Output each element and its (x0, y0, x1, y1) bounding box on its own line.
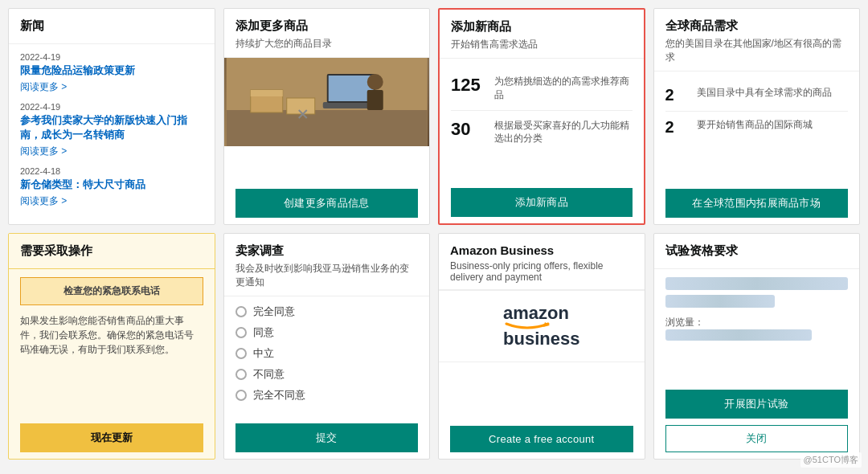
global-demand-card: 全球商品需求 您的美国目录在其他国家/地区有很高的需求 2 美国目录中具有全球需… (653, 8, 861, 225)
amazon-biz-header: Amazon Business Business-only pricing of… (439, 234, 645, 290)
survey-subtitle: 我会及时收到影响我亚马逊销售业务的变更通知 (235, 262, 419, 289)
browse-section: 浏览量： (665, 316, 849, 341)
trial-footer: 开展图片试验 关闭 (654, 383, 860, 459)
add-more-image (224, 58, 430, 146)
radio-circle-5[interactable] (235, 390, 247, 401)
read-more-2[interactable]: 阅读更多 > (20, 145, 203, 158)
add-new-title: 添加新商品 (451, 19, 633, 35)
product-scene-svg (224, 58, 430, 146)
close-trial-button[interactable]: 关闭 (665, 425, 849, 452)
demand-row-1: 2 美国目录中具有全球需求的商品 (665, 80, 849, 112)
radio-item-5[interactable]: 完全不同意 (235, 388, 419, 402)
radio-circle-2[interactable] (235, 327, 247, 338)
business-logo-text: business (503, 329, 579, 349)
radio-item-3[interactable]: 中立 (235, 346, 419, 361)
add-more-footer: 创建更多商品信息 (224, 182, 430, 224)
amazon-biz-subtitle: Business-only pricing offers, flexible d… (450, 260, 633, 283)
submit-button[interactable]: 提交 (235, 423, 419, 452)
browse-value-bar (665, 329, 812, 341)
svg-rect-6 (250, 90, 282, 96)
news-date-2: 2022-4-19 (20, 102, 203, 112)
demand-num-1: 2 (665, 86, 686, 104)
radio-item-2[interactable]: 同意 (235, 325, 419, 340)
stat-desc-2: 根据最受买家喜好的几大功能精选出的分类 (494, 119, 633, 146)
trial-body: 浏览量： (654, 269, 860, 383)
create-account-button[interactable]: Create a free account (450, 426, 633, 452)
blur-bar-2 (665, 295, 776, 308)
radio-label-1: 完全同意 (253, 304, 295, 319)
add-more-title: 添加更多商品 (235, 18, 419, 34)
start-trial-button[interactable]: 开展图片试验 (665, 390, 849, 419)
amazon-biz-banner: amazon business (439, 290, 645, 362)
add-new-subtitle: 开始销售高需求选品 (451, 38, 633, 51)
demand-desc-1: 美国目录中具有全球需求的商品 (697, 86, 832, 100)
demand-desc-2: 要开始销售商品的国际商城 (697, 118, 813, 132)
global-demand-subtitle: 您的美国目录在其他国家/地区有很高的需求 (665, 37, 849, 64)
action-body-text: 如果发生影响您能否销售商品的重大事件，我们会联系您。确保您的紧急电话号码准确无误… (20, 313, 203, 357)
add-new-footer: 添加新商品 (440, 182, 644, 223)
add-new-card: 添加新商品 开始销售高需求选品 125 为您精挑细选的的高需求推荐商品 30 根… (438, 8, 645, 225)
update-now-button[interactable]: 现在更新 (20, 423, 203, 452)
radio-circle-1[interactable] (235, 306, 247, 317)
news-header: 新闻 (9, 9, 215, 44)
action-body: 检查您的紧急联系电话 如果发生影响您能否销售商品的重大事件，我们会联系您。确保您… (9, 269, 215, 417)
news-item-3: 2022-4-18 新仓储类型：特大尺寸商品 阅读更多 > (20, 166, 203, 208)
global-demand-body: 2 美国目录中具有全球需求的商品 2 要开始销售商品的国际商城 (654, 72, 860, 182)
trial-title: 试验资格要求 (665, 243, 849, 259)
radio-item-4[interactable]: 不同意 (235, 367, 419, 382)
radio-label-5: 完全不同意 (253, 388, 305, 402)
read-more-1[interactable]: 阅读更多 > (20, 80, 203, 94)
add-more-card: 添加更多商品 持续扩大您的商品目录 (223, 8, 431, 225)
demand-row-2: 2 要开始销售商品的国际商城 (665, 112, 849, 143)
trial-header: 试验资格要求 (654, 234, 860, 269)
survey-body: 完全同意 同意 中立 不同意 完全不同意 (224, 296, 430, 417)
survey-card: 卖家调查 我会及时收到影响我亚马逊销售业务的变更通知 完全同意 同意 中立 不同… (223, 233, 431, 460)
main-grid: 新闻 2022-4-19 限量危险品运输政策更新 阅读更多 > 2022-4-1… (8, 8, 860, 460)
news-card: 新闻 2022-4-19 限量危险品运输政策更新 阅读更多 > 2022-4-1… (8, 8, 215, 225)
radio-circle-4[interactable] (235, 369, 247, 380)
create-more-button[interactable]: 创建更多商品信息 (235, 189, 419, 218)
add-new-header: 添加新商品 开始销售高需求选品 (440, 10, 644, 59)
add-more-header: 添加更多商品 持续扩大您的商品目录 (224, 9, 430, 58)
news-date-3: 2022-4-18 (20, 166, 203, 176)
read-more-3[interactable]: 阅读更多 > (20, 194, 203, 208)
amazon-biz-title: Amazon Business (450, 243, 633, 257)
amazon-biz-footer: Create a free account (439, 419, 645, 459)
trial-card: 试验资格要求 浏览量： 开展图片试验 关闭 (653, 233, 861, 460)
global-demand-title: 全球商品需求 (665, 18, 849, 34)
survey-header: 卖家调查 我会及时收到影响我亚马逊销售业务的变更通知 (224, 234, 430, 296)
news-body: 2022-4-19 限量危险品运输政策更新 阅读更多 > 2022-4-19 参… (9, 44, 215, 224)
blur-bar-1 (665, 277, 849, 290)
product-image-bg (224, 58, 430, 146)
global-demand-header: 全球商品需求 您的美国目录在其他国家/地区有很高的需求 (654, 9, 860, 72)
survey-title: 卖家调查 (235, 243, 419, 259)
svg-point-10 (366, 74, 383, 90)
add-new-body: 125 为您精挑细选的的高需求推荐商品 30 根据最受买家喜好的几大功能精选出的… (440, 59, 644, 182)
svg-rect-4 (328, 76, 373, 101)
demand-num-2: 2 (665, 118, 686, 137)
stat-row-1: 125 为您精挑细选的的高需求推荐商品 (451, 67, 633, 111)
radio-circle-3[interactable] (235, 348, 247, 359)
watermark: @51CTO博客 (800, 452, 862, 468)
stat-number-1: 125 (451, 75, 483, 96)
news-item-1: 2022-4-19 限量危险品运输政策更新 阅读更多 > (20, 52, 203, 94)
browse-label: 浏览量： (665, 317, 704, 328)
news-date-1: 2022-4-19 (20, 52, 203, 62)
news-link-2[interactable]: 参考我们卖家大学的新版快速入门指南，成长为一名转销商 (20, 114, 187, 141)
radio-label-4: 不同意 (253, 367, 285, 382)
svg-rect-11 (366, 90, 383, 110)
add-new-button[interactable]: 添加新商品 (451, 188, 633, 217)
expand-market-button[interactable]: 在全球范围内拓展商品市场 (665, 189, 849, 218)
action-title: 需要采取操作 (20, 243, 203, 259)
news-item-2: 2022-4-19 参考我们卖家大学的新版快速入门指南，成长为一名转销商 阅读更… (20, 102, 203, 158)
radio-item-1[interactable]: 完全同意 (235, 304, 419, 319)
add-more-subtitle: 持续扩大您的商品目录 (235, 37, 419, 51)
survey-footer: 提交 (224, 417, 430, 459)
news-link-3[interactable]: 新仓储类型：特大尺寸商品 (20, 178, 145, 190)
action-header: 需要采取操作 (9, 234, 215, 269)
global-demand-footer: 在全球范围内拓展商品市场 (654, 182, 860, 224)
news-link-1[interactable]: 限量危险品运输政策更新 (20, 64, 135, 76)
amazon-biz-logo: amazon business (503, 303, 579, 349)
action-footer: 现在更新 (9, 417, 215, 459)
radio-label-2: 同意 (253, 325, 274, 340)
